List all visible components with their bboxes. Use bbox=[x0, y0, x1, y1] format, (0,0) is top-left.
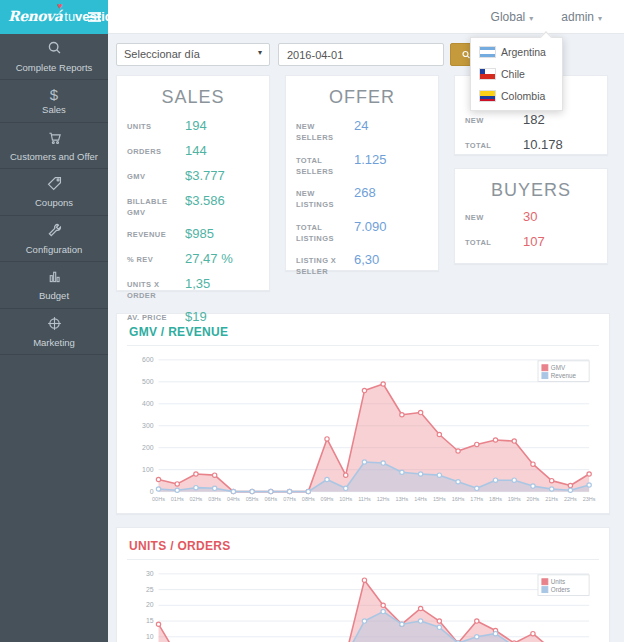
svg-text:07Hs: 07Hs bbox=[283, 496, 296, 502]
gmv-revenue-chart: 010020030040050060000Hs01Hs02Hs03Hs04Hs0… bbox=[129, 352, 597, 507]
units-orders-chart-panel: UNITS / ORDERS 05101520253000Hs01Hs02Hs0… bbox=[116, 527, 610, 642]
svg-text:19Hs: 19Hs bbox=[508, 496, 521, 502]
chevron-down-icon: ▾ bbox=[598, 14, 602, 23]
svg-text:01Hs: 01Hs bbox=[171, 496, 184, 502]
svg-text:300: 300 bbox=[142, 422, 154, 429]
sidebar-item-label: Complete Reports bbox=[6, 63, 102, 73]
topbar: Renovátuvestidor ♥ Global▾ admin▾ bbox=[0, 0, 624, 34]
buyers-panel-title: BUYERS bbox=[465, 180, 597, 201]
stat-row: TOTAL LISTINGS7.090 bbox=[296, 219, 428, 245]
main-content: Seleccionar día ▾ Consultar SALES UNITS1… bbox=[108, 34, 624, 642]
stat-row: NEW30 bbox=[465, 209, 597, 226]
divider bbox=[127, 559, 599, 560]
stat-value: $985 bbox=[185, 226, 214, 243]
stat-label: NEW bbox=[465, 209, 523, 223]
sidebar-item-configuration[interactable]: Configuration bbox=[0, 216, 108, 262]
sidebar-item-complete-reports[interactable]: Complete Reports bbox=[0, 34, 108, 80]
day-select[interactable]: Seleccionar día ▾ bbox=[116, 43, 270, 66]
stat-value: $3.777 bbox=[185, 168, 225, 185]
bar-chart-icon bbox=[46, 268, 63, 285]
stat-row: TOTAL107 bbox=[465, 234, 597, 251]
stat-row: ORDERS144 bbox=[127, 143, 259, 160]
stat-value: 144 bbox=[185, 143, 207, 160]
gmv-revenue-chart-title: GMV / REVENUE bbox=[129, 325, 597, 339]
sidebar-item-label: Configuration bbox=[6, 245, 102, 255]
gmv-revenue-chart-panel: GMV / REVENUE 010020030040050060000Hs01H… bbox=[116, 313, 610, 514]
stat-label: UNITS bbox=[127, 118, 185, 132]
stat-label: NEW SELLERS bbox=[296, 118, 354, 144]
menu-icon[interactable] bbox=[88, 12, 101, 24]
stat-value: 1,35 bbox=[185, 276, 210, 293]
stat-label: UNITS X ORDER bbox=[127, 276, 185, 302]
divider bbox=[127, 345, 599, 346]
svg-text:GMV: GMV bbox=[551, 364, 566, 371]
svg-text:30: 30 bbox=[146, 570, 154, 577]
stat-row: BILLABLE GMV$3.586 bbox=[127, 193, 259, 219]
menu-item-label: Argentina bbox=[501, 46, 546, 58]
cart-icon bbox=[46, 129, 63, 146]
stat-row: NEW LISTINGS268 bbox=[296, 185, 428, 211]
offer-panel-title: OFFER bbox=[296, 87, 428, 108]
sales-panel-title: SALES bbox=[127, 87, 259, 108]
stat-row: LISTING X SELLER6,30 bbox=[296, 252, 428, 278]
stat-row: NEW SELLERS24 bbox=[296, 118, 428, 144]
svg-text:600: 600 bbox=[142, 356, 154, 363]
global-dropdown[interactable]: Global▾ bbox=[491, 10, 534, 24]
svg-text:17Hs: 17Hs bbox=[470, 496, 483, 502]
svg-text:10: 10 bbox=[146, 633, 154, 640]
stat-value: $19 bbox=[185, 309, 207, 326]
svg-text:Units: Units bbox=[551, 579, 565, 586]
stat-value: 182 bbox=[523, 112, 545, 129]
sidebar-item-label: Marketing bbox=[6, 338, 102, 348]
stat-value: 1.125 bbox=[354, 152, 387, 169]
sidebar-item-coupons[interactable]: Coupons bbox=[0, 169, 108, 215]
stat-value: 10.178 bbox=[523, 137, 563, 154]
stat-value: $3.586 bbox=[185, 193, 225, 210]
menu-item-chile[interactable]: Chile bbox=[471, 63, 562, 85]
stat-row: UNITS X ORDER1,35 bbox=[127, 276, 259, 302]
svg-text:20: 20 bbox=[146, 602, 154, 609]
svg-text:23Hs: 23Hs bbox=[583, 496, 596, 502]
stat-value: 107 bbox=[523, 234, 545, 251]
stat-label: NEW bbox=[465, 112, 523, 126]
sidebar-item-marketing[interactable]: Marketing bbox=[0, 309, 108, 355]
sidebar-item-customers-and-offer[interactable]: Customers and Offer bbox=[0, 123, 108, 169]
menu-item-argentina[interactable]: Argentina bbox=[471, 41, 562, 63]
stat-value: 30 bbox=[523, 209, 537, 226]
units-orders-chart-title: UNITS / ORDERS bbox=[129, 539, 597, 553]
svg-text:400: 400 bbox=[142, 400, 154, 407]
svg-text:0: 0 bbox=[150, 488, 154, 495]
svg-text:13Hs: 13Hs bbox=[395, 496, 408, 502]
sidebar-item-budget[interactable]: Budget bbox=[0, 262, 108, 308]
sidebar-item-label: Coupons bbox=[6, 198, 102, 208]
stat-row: REVENUE$985 bbox=[127, 226, 259, 243]
sidebar-item-sales[interactable]: $ Sales bbox=[0, 80, 108, 122]
buyers-panel: BUYERS NEW30 TOTAL107 bbox=[454, 168, 608, 264]
stat-value: 7.090 bbox=[354, 219, 387, 236]
stat-row: NEW182 bbox=[465, 112, 597, 129]
svg-text:02Hs: 02Hs bbox=[190, 496, 203, 502]
sidebar-item-label: Budget bbox=[6, 291, 102, 301]
svg-text:500: 500 bbox=[142, 378, 154, 385]
svg-text:21Hs: 21Hs bbox=[545, 496, 558, 502]
menu-item-colombia[interactable]: Colombia bbox=[471, 85, 562, 107]
sidebar-item-label: Sales bbox=[6, 105, 102, 115]
svg-text:06Hs: 06Hs bbox=[264, 496, 277, 502]
stat-label: GMV bbox=[127, 168, 185, 182]
stat-row: GMV$3.777 bbox=[127, 168, 259, 185]
svg-text:09Hs: 09Hs bbox=[321, 496, 334, 502]
date-input[interactable] bbox=[278, 43, 444, 66]
stat-row: TOTAL10.178 bbox=[465, 137, 597, 154]
chevron-down-icon: ▾ bbox=[529, 14, 533, 23]
target-icon bbox=[46, 315, 63, 332]
svg-text:03Hs: 03Hs bbox=[208, 496, 221, 502]
svg-text:Revenue: Revenue bbox=[551, 372, 577, 379]
admin-dropdown-label: admin bbox=[561, 10, 594, 24]
stat-label: TOTAL bbox=[465, 234, 523, 248]
argentina-flag-icon bbox=[480, 47, 495, 57]
admin-dropdown[interactable]: admin▾ bbox=[561, 10, 602, 24]
country-menu: Argentina Chile Colombia bbox=[470, 37, 563, 111]
colombia-flag-icon bbox=[480, 91, 495, 101]
chile-flag-icon bbox=[480, 69, 495, 79]
stat-value: 27,47 % bbox=[185, 251, 233, 268]
